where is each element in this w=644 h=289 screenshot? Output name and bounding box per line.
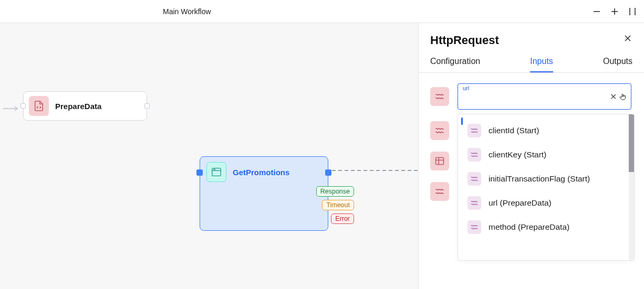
dropdown-item-label: url (PrepareData) <box>489 198 552 208</box>
selection-indicator <box>461 117 463 125</box>
node-preparedata[interactable]: PrepareData <box>23 91 147 121</box>
add-button[interactable] <box>609 6 620 17</box>
tab-outputs[interactable]: Outputs <box>603 57 632 72</box>
dropdown-item[interactable]: clientKey (Start) <box>458 143 634 167</box>
top-bar: Main Workflow <box>0 0 644 23</box>
dropdown-item[interactable]: clientId (Start) <box>458 119 634 143</box>
script-icon[interactable] <box>430 87 449 106</box>
script-icon[interactable] <box>430 121 449 140</box>
close-icon[interactable] <box>623 34 632 45</box>
dropdown-item[interactable]: method (PrepareData) <box>458 215 634 239</box>
input-label: url <box>463 85 469 91</box>
dropdown-item[interactable]: url (PrepareData) <box>458 191 634 215</box>
node-getpromotions[interactable]: GetPromotions Response Timeout Error <box>200 156 328 231</box>
side-panel: HttpRequest Configuration Inputs Outputs… <box>418 23 644 289</box>
url-input[interactable] <box>458 83 631 110</box>
script-icon <box>468 148 481 162</box>
output-response[interactable]: Response <box>316 186 354 197</box>
output-timeout[interactable]: Timeout <box>322 200 354 210</box>
field-url: url ✕ <box>430 83 640 110</box>
port-out[interactable] <box>325 169 331 176</box>
port-in[interactable] <box>20 103 26 109</box>
output-error[interactable]: Error <box>331 213 354 224</box>
connector-dashed <box>332 170 419 171</box>
inputs-pane: url ✕ <box>419 73 644 289</box>
svg-rect-10 <box>436 157 444 164</box>
script-icon <box>468 172 481 186</box>
clear-icon[interactable]: ✕ <box>610 92 617 102</box>
dropdown-item-label: initialTransactionFlag (Start) <box>489 174 590 184</box>
tab-configuration[interactable]: Configuration <box>430 57 480 72</box>
scrollbar-track[interactable] <box>629 114 634 260</box>
dropdown-item-label: clientId (Start) <box>489 126 539 135</box>
panel-title: HttpRequest <box>430 34 499 47</box>
script-icon <box>468 220 481 234</box>
tab-inputs[interactable]: Inputs <box>530 57 553 72</box>
script-icon <box>468 124 481 137</box>
node-label: PrepareData <box>55 102 101 111</box>
dropdown-item[interactable]: initialTransactionFlag (Start) <box>458 167 634 191</box>
port-in[interactable] <box>196 169 203 176</box>
cursor-pointer-icon <box>619 92 628 104</box>
workflow-title: Main Workflow <box>163 7 211 16</box>
fullscreen-button[interactable] <box>627 6 638 17</box>
script-icon[interactable] <box>430 182 449 201</box>
svg-point-7 <box>215 169 215 170</box>
autocomplete-dropdown[interactable]: clientId (Start) clientKey (Start) initi… <box>458 114 635 261</box>
arrow-in-icon <box>3 104 20 114</box>
minimize-button[interactable] <box>591 6 602 17</box>
port-out[interactable] <box>144 103 150 109</box>
scrollbar-thumb[interactable] <box>629 114 634 172</box>
node-outputs: Response Timeout Error <box>316 186 354 224</box>
node-label: GetPromotions <box>233 168 289 177</box>
file-code-icon <box>29 96 49 116</box>
dropdown-item-label: clientKey (Start) <box>489 150 546 159</box>
panel-tabs: Configuration Inputs Outputs <box>419 47 644 73</box>
dropdown-item-label: method (PrepareData) <box>489 222 569 232</box>
table-icon[interactable] <box>430 152 449 170</box>
script-icon <box>468 196 481 210</box>
browser-icon <box>206 162 226 182</box>
window-controls <box>591 6 638 17</box>
svg-point-6 <box>214 169 214 170</box>
